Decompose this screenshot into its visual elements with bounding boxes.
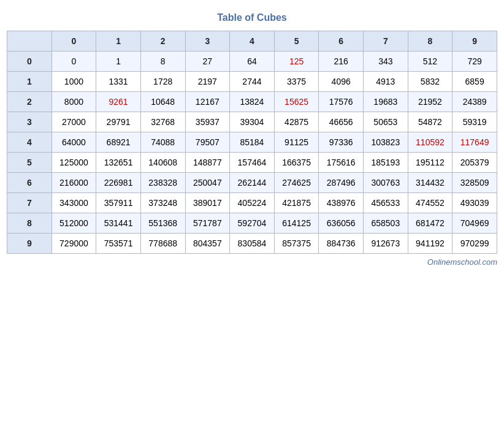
table-cell: 2197 [185, 72, 230, 92]
table-row: 7343000357911373248389017405224421875438… [7, 193, 497, 213]
table-cell: 195112 [408, 153, 452, 173]
table-cell: 250047 [185, 173, 230, 193]
table-header: 0123456789 [7, 31, 497, 51]
table-cell: 614125 [274, 213, 319, 234]
table-cell: 29791 [96, 112, 141, 132]
col-header-9: 9 [452, 31, 497, 51]
table-cell: 0 [52, 51, 96, 72]
table-cell: 50653 [364, 112, 408, 132]
table-cell: 10648 [140, 92, 185, 112]
table-cell: 314432 [408, 173, 452, 193]
table-row: 8512000531441551368571787592704614125636… [7, 213, 497, 234]
table-cell: 1728 [140, 72, 185, 92]
table-cell: 216 [319, 51, 364, 72]
table-row: 9729000753571778688804357830584857375884… [7, 234, 497, 254]
table-cell: 274625 [274, 173, 319, 193]
table-cell: 804357 [185, 234, 230, 254]
col-header-3: 3 [185, 31, 230, 51]
table-cell: 4913 [364, 72, 408, 92]
row-header-1: 1 [7, 72, 52, 92]
table-cell: 238328 [140, 173, 185, 193]
corner-header [7, 31, 52, 51]
table-cell: 405224 [230, 193, 275, 213]
table-cell: 512 [408, 51, 452, 72]
table-body: 0018276412521634351272911000133117282197… [7, 51, 497, 254]
table-cell: 456533 [364, 193, 408, 213]
table-cell: 17576 [319, 92, 364, 112]
footer-credit: Onlinemschool.com [7, 257, 497, 267]
col-header-4: 4 [230, 31, 275, 51]
row-header-8: 8 [7, 213, 52, 234]
table-cell: 32768 [140, 112, 185, 132]
table-cell: 157464 [230, 153, 275, 173]
table-cell: 343 [364, 51, 408, 72]
table-cell: 3375 [274, 72, 319, 92]
table-cell: 85184 [230, 132, 275, 153]
table-cell: 148877 [185, 153, 230, 173]
row-header-2: 2 [7, 92, 52, 112]
col-header-5: 5 [274, 31, 319, 51]
table-cell: 5832 [408, 72, 452, 92]
table-cell: 343000 [52, 193, 96, 213]
table-cell: 19683 [364, 92, 408, 112]
table-row: 5125000132651140608148877157464166375175… [7, 153, 497, 173]
table-cell: 970299 [452, 234, 497, 254]
header-row: 0123456789 [7, 31, 497, 51]
col-header-7: 7 [364, 31, 408, 51]
table-cell: 857375 [274, 234, 319, 254]
table-cell: 12167 [185, 92, 230, 112]
table-cell: 636056 [319, 213, 364, 234]
table-cell: 216000 [52, 173, 96, 193]
row-header-6: 6 [7, 173, 52, 193]
table-cell: 103823 [364, 132, 408, 153]
table-row: 6216000226981238328250047262144274625287… [7, 173, 497, 193]
table-cell: 9261 [96, 92, 141, 112]
table-cell: 64 [230, 51, 275, 72]
table-cell: 681472 [408, 213, 452, 234]
table-cell: 300763 [364, 173, 408, 193]
table-cell: 125000 [52, 153, 96, 173]
table-cell: 140608 [140, 153, 185, 173]
table-cell: 6859 [452, 72, 497, 92]
table-cell: 1 [96, 51, 141, 72]
row-header-3: 3 [7, 112, 52, 132]
col-header-1: 1 [96, 31, 141, 51]
col-header-2: 2 [140, 31, 185, 51]
table-cell: 27 [185, 51, 230, 72]
table-cell: 753571 [96, 234, 141, 254]
table-cell: 175616 [319, 153, 364, 173]
table-cell: 226981 [96, 173, 141, 193]
table-cell: 205379 [452, 153, 497, 173]
table-cell: 357911 [96, 193, 141, 213]
row-header-9: 9 [7, 234, 52, 254]
table-cell: 74088 [140, 132, 185, 153]
table-cell: 35937 [185, 112, 230, 132]
table-cell: 1331 [96, 72, 141, 92]
table-cell: 328509 [452, 173, 497, 193]
row-header-5: 5 [7, 153, 52, 173]
table-cell: 15625 [274, 92, 319, 112]
table-cell: 21952 [408, 92, 452, 112]
table-cell: 132651 [96, 153, 141, 173]
table-cell: 68921 [96, 132, 141, 153]
table-cell: 512000 [52, 213, 96, 234]
table-cell: 658503 [364, 213, 408, 234]
table-cell: 531441 [96, 213, 141, 234]
table-cell: 8000 [52, 92, 96, 112]
table-cell: 704969 [452, 213, 497, 234]
table-cell: 729000 [52, 234, 96, 254]
table-cell: 91125 [274, 132, 319, 153]
table-cell: 592704 [230, 213, 275, 234]
table-row: 2800092611064812167138241562517576196832… [7, 92, 497, 112]
table-cell: 97336 [319, 132, 364, 153]
cubes-table: 0123456789 00182764125216343512729110001… [7, 31, 497, 254]
table-cell: 373248 [140, 193, 185, 213]
table-cell: 64000 [52, 132, 96, 153]
table-row: 4640006892174088795078518491125973361038… [7, 132, 497, 153]
table-cell: 1000 [52, 72, 96, 92]
table-cell: 8 [140, 51, 185, 72]
table-cell: 493039 [452, 193, 497, 213]
table-cell: 79507 [185, 132, 230, 153]
table-cell: 941192 [408, 234, 452, 254]
table-cell: 13824 [230, 92, 275, 112]
